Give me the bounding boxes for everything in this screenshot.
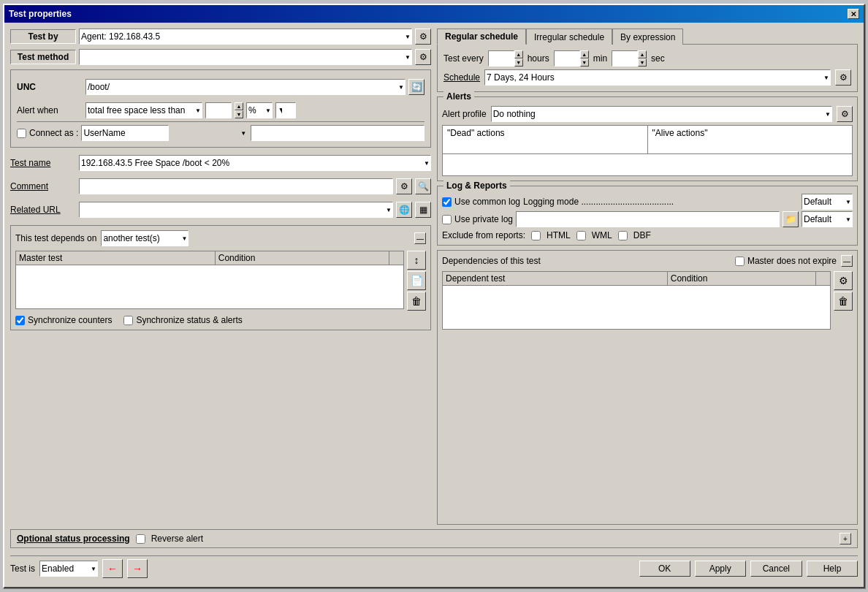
comment-input[interactable]: /boot/ (79, 178, 393, 194)
alerts-title: Alerts (443, 91, 474, 102)
alert-when-select[interactable]: total free space less than (85, 102, 202, 118)
sync-counters-checkbox[interactable] (15, 316, 25, 325)
bottom-row: Test is Enabled ▼ ← → OK Apply Cancel (10, 555, 858, 581)
html-checkbox[interactable] (531, 231, 541, 240)
hours-input[interactable]: 0 (488, 50, 514, 67)
tab-regular-schedule[interactable]: Regular schedule (437, 29, 526, 45)
title-bar: Test properties ✕ (4, 5, 864, 23)
logging-mode-label: Logging mode ...........................… (523, 197, 799, 207)
test-is-select[interactable]: Enabled (39, 561, 98, 577)
reverse-alert-checkbox[interactable] (136, 534, 145, 544)
sync-row: Synchronize counters Synchronize status … (15, 315, 426, 325)
optional-row: Optional status processing Reverse alert… (10, 529, 858, 548)
comment-zoom-button[interactable]: 🔍 (415, 178, 431, 194)
test-by-config-button[interactable]: ⚙ (415, 29, 431, 45)
hours-down-button[interactable]: ▼ (514, 58, 523, 67)
private-log-input[interactable] (516, 211, 780, 227)
exclude-row: Exclude from reports: HTML WML DBF (442, 230, 853, 240)
depends-on-buttons: ↕ 📄 🗑 (407, 251, 426, 311)
sec-up-button[interactable]: ▲ (638, 50, 647, 58)
apply-button[interactable]: Apply (695, 561, 746, 577)
wml-checkbox[interactable] (576, 231, 586, 240)
table-icon: ▦ (419, 205, 427, 215)
test-method-row: Test method ▼ ⚙ (10, 49, 431, 65)
test-by-select[interactable]: Agent: 192.168.43.5 (79, 29, 412, 45)
private-log-row: Use private log 📁 Default ▼ (442, 211, 853, 227)
alert-value-down-button[interactable]: ▼ (235, 110, 243, 118)
html-label: HTML (547, 230, 571, 240)
private-log-mode-select[interactable]: Default (802, 211, 853, 227)
refresh-icon: 🔄 (411, 82, 422, 92)
dbf-checkbox[interactable] (618, 231, 628, 240)
next-test-button[interactable]: → (127, 559, 148, 578)
optional-title: Optional status processing (17, 534, 130, 544)
depends-on-table-row: Master test Condition (15, 251, 426, 311)
help-button[interactable]: Help (807, 561, 858, 577)
folder-icon: 📁 (785, 214, 796, 224)
alert-value-spinbox: ▲ ▼ (235, 102, 243, 118)
min-input[interactable]: 0 (554, 50, 580, 67)
dep-this-collapse-button[interactable]: — (841, 255, 853, 267)
master-not-expire-checkbox[interactable] (735, 257, 745, 266)
dead-actions-cell: "Dead" actions (442, 125, 647, 154)
sync-counters-label: Synchronize counters (28, 315, 112, 325)
test-name-row: Test name 192.168.43.5 Free Space /boot … (10, 155, 431, 171)
related-url-table-button[interactable]: ▦ (415, 202, 431, 218)
depends-on-updown-button[interactable]: ↕ (407, 251, 426, 270)
sec-down-button[interactable]: ▼ (638, 58, 647, 67)
dep-config-icon: ⚙ (839, 275, 848, 286)
related-url-earth-button[interactable]: 🌐 (396, 202, 412, 218)
test-name-select[interactable]: 192.168.43.5 Free Space /boot < 20% (79, 155, 431, 171)
min-up-button[interactable]: ▲ (580, 50, 589, 58)
alert-profile-select[interactable]: Do nothing (491, 106, 832, 122)
sec-input[interactable]: 5 (612, 50, 638, 67)
private-log-browse-button[interactable]: 📁 (783, 211, 799, 227)
alert-value-input[interactable]: 20 (205, 102, 232, 118)
log-title: Log & Reports (443, 181, 510, 191)
sec-spinbox: 5 ▲ ▼ (612, 50, 647, 67)
ok-button[interactable]: OK (639, 561, 690, 577)
wml-label: WML (592, 230, 612, 240)
depends-on-collapse-button[interactable]: — (414, 232, 426, 244)
close-button[interactable]: ✕ (848, 9, 859, 19)
tab-irregular-schedule[interactable]: Irregular schedule (526, 29, 612, 45)
test-method-select[interactable] (79, 49, 412, 65)
min-label: min (593, 53, 607, 64)
dep-this-config-button[interactable]: ⚙ (834, 271, 853, 290)
prev-test-button[interactable]: ← (102, 559, 123, 578)
connect-as-user-select[interactable]: UserName (81, 125, 169, 141)
min-down-button[interactable]: ▼ (580, 58, 589, 67)
hours-up-button[interactable]: ▲ (514, 50, 523, 58)
sync-status-checkbox[interactable] (123, 316, 133, 325)
depends-on-delete-button[interactable]: 🗑 (407, 292, 426, 311)
hours-spinbox: 0 ▲ ▼ (488, 50, 523, 67)
schedule-config-button[interactable]: ⚙ (835, 69, 851, 86)
schedule-select[interactable]: 7 Days, 24 Hours (484, 69, 831, 86)
alert-value-up-button[interactable]: ▲ (235, 102, 243, 110)
logging-mode-select[interactable]: Default (802, 194, 853, 210)
related-url-select[interactable] (79, 202, 393, 218)
dep-this-delete-button[interactable]: 🗑 (834, 292, 853, 311)
cancel-button[interactable]: Cancel (750, 561, 802, 577)
min-spinbox: 0 ▲ ▼ (554, 50, 589, 67)
connect-as-password-input[interactable] (251, 125, 425, 141)
alert-unit-select[interactable]: % (246, 102, 273, 118)
alert-unit2-select[interactable]: ▼ (275, 102, 296, 118)
alert-profile-config-button[interactable]: ⚙ (837, 106, 853, 122)
connect-as-checkbox[interactable] (17, 129, 26, 138)
comment-config-button[interactable]: ⚙ (396, 178, 412, 194)
table-row (443, 286, 831, 330)
dep-test-header: Dependent test (443, 272, 668, 286)
depends-on-new-button[interactable]: 📄 (407, 271, 426, 290)
test-by-label: Test by (10, 29, 76, 44)
use-private-log-checkbox[interactable] (442, 215, 452, 224)
depends-on-select[interactable]: another test(s) (101, 230, 189, 246)
tab-by-expression[interactable]: By expression (612, 29, 683, 45)
depends-on-section: This test depends on another test(s) ▼ — (10, 225, 431, 330)
next-arrow-icon: → (132, 563, 142, 574)
test-method-config-button[interactable]: ⚙ (415, 49, 431, 65)
unc-select[interactable]: /boot/ (85, 79, 406, 95)
unc-refresh-button[interactable]: 🔄 (408, 79, 425, 95)
optional-expand-button[interactable]: + (840, 533, 851, 544)
use-common-log-checkbox[interactable] (442, 197, 452, 207)
